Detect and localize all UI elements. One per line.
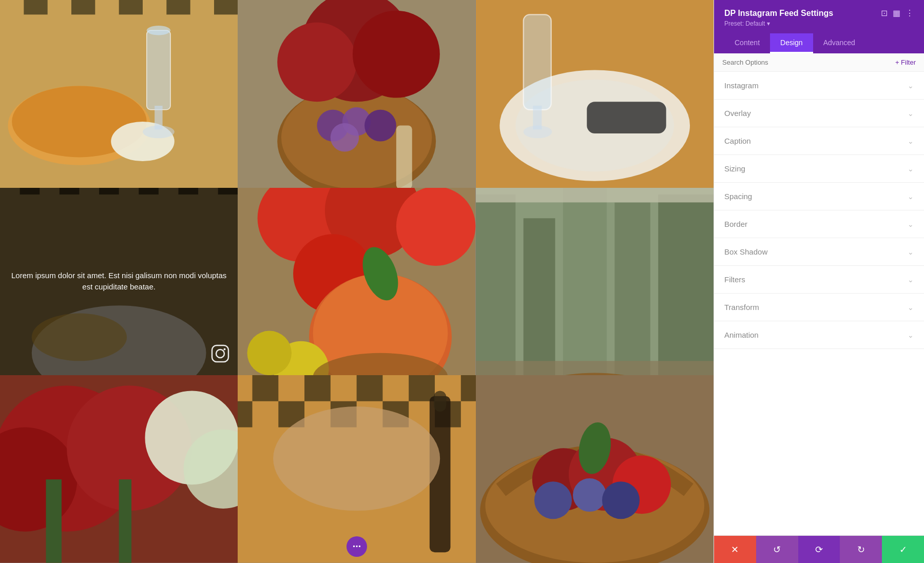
panel-tabs: Content Design Advanced (724, 33, 914, 53)
panel-title-icons: ⊡ ▦ ⋮ (881, 8, 914, 18)
feed-item-8[interactable]: ··· (238, 375, 475, 563)
accordion-animation: Animation ⌄ (714, 321, 924, 349)
svg-rect-77 (476, 188, 714, 202)
accordion-caption-header[interactable]: Caption ⌄ (714, 127, 924, 154)
panel-title: DP Instagram Feed Settings (724, 9, 833, 18)
svg-rect-7 (71, 0, 95, 14)
svg-point-69 (247, 331, 292, 375)
redo-button[interactable]: ↻ (840, 536, 882, 563)
feed-item-4[interactable]: Lorem ipsum dolor sit amet. Est nisi gal… (0, 188, 238, 376)
svg-rect-6 (24, 0, 47, 14)
svg-rect-75 (614, 202, 650, 375)
accordion-caption-label: Caption (724, 137, 751, 145)
instagram-icon (211, 344, 229, 367)
cancel-button[interactable]: ✕ (714, 536, 756, 563)
accordion-border-header[interactable]: Border ⌄ (714, 210, 924, 238)
accordion-transform-label: Transform (724, 303, 759, 312)
panel-header: DP Instagram Feed Settings ⊡ ▦ ⋮ Preset:… (714, 0, 924, 53)
accordion-sizing: Sizing ⌄ (714, 155, 924, 183)
svg-rect-10 (214, 0, 238, 14)
svg-point-63 (396, 188, 475, 266)
feed-grid: Lorem ipsum dolor sit amet. Est nisi gal… (0, 0, 714, 563)
accordion-spacing: Spacing ⌄ (714, 183, 924, 210)
accordion-filters: Filters ⌄ (714, 266, 924, 294)
accordion-filters-header[interactable]: Filters ⌄ (714, 266, 924, 293)
save-button[interactable]: ✓ (882, 536, 924, 563)
accordion-spacing-header[interactable]: Spacing ⌄ (714, 183, 924, 210)
chevron-border: ⌄ (908, 220, 914, 228)
accordion-spacing-label: Spacing (724, 192, 752, 201)
svg-rect-93 (409, 375, 435, 401)
tab-content[interactable]: Content (724, 33, 770, 53)
svg-point-111 (573, 478, 606, 512)
more-icon[interactable]: ⋮ (906, 8, 914, 18)
svg-rect-72 (476, 195, 515, 376)
svg-rect-90 (253, 375, 279, 401)
svg-rect-92 (357, 375, 383, 401)
svg-rect-102 (434, 391, 446, 412)
chevron-box-shadow: ⌄ (908, 248, 914, 256)
search-input[interactable] (722, 59, 895, 66)
svg-point-27 (331, 123, 359, 152)
svg-point-103 (273, 406, 440, 511)
panel-title-row: DP Instagram Feed Settings ⊡ ▦ ⋮ (724, 8, 914, 18)
chevron-overlay: ⌄ (908, 109, 914, 118)
svg-rect-57 (212, 345, 228, 362)
svg-rect-40 (587, 102, 666, 133)
accordion-transform-header[interactable]: Transform ⌄ (714, 294, 924, 321)
undo-icon: ↺ (773, 544, 781, 555)
accordion-box-shadow: Box Shadow ⌄ (714, 238, 924, 266)
feed-item-1[interactable] (0, 0, 238, 188)
accordion-instagram-label: Instagram (724, 81, 759, 90)
svg-point-59 (224, 348, 226, 351)
feed-item-9[interactable] (476, 375, 714, 563)
three-dots-icon: ··· (346, 536, 367, 557)
panel-preset[interactable]: Preset: Default (724, 20, 914, 27)
accordion-caption: Caption ⌄ (714, 127, 924, 155)
svg-rect-37 (523, 14, 551, 109)
accordion-box-shadow-label: Box Shadow (724, 247, 767, 256)
svg-point-26 (364, 110, 396, 142)
chevron-animation: ⌄ (908, 331, 914, 339)
svg-point-17 (143, 126, 175, 139)
accordion-box-shadow-header[interactable]: Box Shadow ⌄ (714, 238, 924, 265)
accordion-filters-label: Filters (724, 275, 745, 284)
accordion-animation-header[interactable]: Animation ⌄ (714, 321, 924, 348)
accordion-animation-label: Animation (724, 331, 759, 339)
save-icon: ✓ (899, 544, 907, 555)
svg-point-22 (278, 23, 357, 102)
svg-point-110 (534, 482, 572, 519)
accordion-instagram-header[interactable]: Instagram ⌄ (714, 72, 924, 99)
accordion-border: Border ⌄ (714, 210, 924, 238)
svg-point-112 (602, 482, 640, 519)
accordion-overlay-header[interactable]: Overlay ⌄ (714, 100, 924, 127)
search-row: + Filter (714, 53, 924, 72)
feed-item-3[interactable] (476, 0, 714, 188)
chevron-instagram: ⌄ (908, 82, 914, 90)
feed-overlay: Lorem ipsum dolor sit amet. Est nisi gal… (0, 188, 238, 376)
chevron-transform: ⌄ (908, 303, 914, 312)
feed-item-7[interactable] (0, 375, 238, 563)
chevron-caption: ⌄ (908, 137, 914, 145)
tab-design[interactable]: Design (770, 33, 813, 53)
accordion-sizing-label: Sizing (724, 164, 745, 173)
accordion-overlay: Overlay ⌄ (714, 100, 924, 127)
screenshot-icon[interactable]: ⊡ (881, 8, 888, 18)
filter-button[interactable]: + Filter (895, 59, 916, 66)
tab-advanced[interactable]: Advanced (813, 33, 865, 53)
feed-item-6[interactable] (476, 188, 714, 376)
accordion-sizing-header[interactable]: Sizing ⌄ (714, 155, 924, 182)
history-button[interactable]: ⟳ (798, 536, 840, 563)
svg-rect-94 (461, 375, 476, 401)
grid-icon[interactable]: ▦ (893, 8, 900, 18)
svg-rect-8 (119, 0, 143, 14)
chevron-filters: ⌄ (908, 276, 914, 284)
feed-item-5[interactable] (238, 188, 475, 376)
feed-item-2[interactable] (238, 0, 475, 188)
accordion-list: Instagram ⌄ Overlay ⌄ Caption ⌄ Sizing ⌄ (714, 72, 924, 535)
panel-footer: ✕ ↺ ⟳ ↻ ✓ (714, 535, 924, 563)
undo-button[interactable]: ↺ (756, 536, 798, 563)
main-content: Lorem ipsum dolor sit amet. Est nisi gal… (0, 0, 714, 563)
svg-rect-28 (396, 126, 412, 188)
settings-panel: DP Instagram Feed Settings ⊡ ▦ ⋮ Preset:… (714, 0, 924, 563)
